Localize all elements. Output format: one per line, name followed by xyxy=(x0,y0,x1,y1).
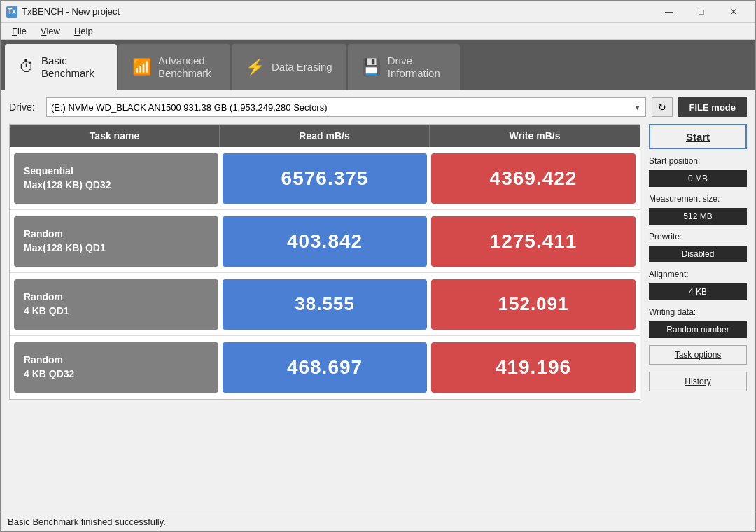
alignment-value: 4 KB xyxy=(649,284,747,300)
write-value-sequential: 4369.422 xyxy=(431,153,636,204)
menu-bar: File View Help xyxy=(1,23,755,40)
tab-drive-label: DriveInformation xyxy=(388,55,440,80)
app-icon: Tx xyxy=(6,6,18,18)
menu-help[interactable]: Help xyxy=(69,24,99,38)
table-row: Random 4 KB QD32 468.697 419.196 xyxy=(10,336,640,399)
tab-basic-label: BasicBenchmark xyxy=(41,55,94,80)
erasing-icon: ⚡ xyxy=(246,58,265,76)
close-button[interactable]: ✕ xyxy=(718,1,750,23)
history-button[interactable]: History xyxy=(649,372,747,391)
row-label-random-4kb-qd32: Random 4 KB QD32 xyxy=(14,342,218,393)
writing-data-value: Random number xyxy=(649,321,747,338)
maximize-button[interactable]: □ xyxy=(685,1,718,23)
writing-data-label: Writing data: xyxy=(649,307,747,317)
table-row: Random Max(128 KB) QD1 403.842 1275.411 xyxy=(10,210,640,273)
chevron-down-icon: ▼ xyxy=(634,104,641,111)
tab-basic-benchmark[interactable]: ⏱ BasicBenchmark xyxy=(5,44,117,90)
row-label-random-128kb: Random Max(128 KB) QD1 xyxy=(14,216,218,267)
title-bar-controls: — □ ✕ xyxy=(653,1,750,23)
col-read: Read mB/s xyxy=(220,125,430,147)
chart-icon: 📶 xyxy=(132,58,151,76)
start-position-value: 0 MB xyxy=(649,170,747,187)
write-value-random-4kb-qd1: 152.091 xyxy=(431,279,636,330)
drive-selected-text: (E:) NVMe WD_BLACK AN1500 931.38 GB (1,9… xyxy=(51,102,328,113)
tab-advanced-benchmark[interactable]: 📶 AdvancedBenchmark xyxy=(118,44,230,90)
tab-drive-information[interactable]: 💾 DriveInformation xyxy=(348,44,460,90)
read-value-random-4kb-qd1: 38.555 xyxy=(223,279,427,330)
measurement-size-label: Measurement size: xyxy=(649,194,747,204)
title-bar: Tx TxBENCH - New project — □ ✕ xyxy=(1,1,755,23)
drive-bar: Drive: (E:) NVMe WD_BLACK AN1500 931.38 … xyxy=(9,97,747,117)
menu-view[interactable]: View xyxy=(35,24,66,38)
refresh-button[interactable]: ↻ xyxy=(652,97,673,117)
row-label-random-4kb-qd1: Random 4 KB QD1 xyxy=(14,279,218,330)
col-write: Write mB/s xyxy=(430,125,640,147)
timer-icon: ⏱ xyxy=(19,58,34,76)
read-value-sequential: 6576.375 xyxy=(223,153,427,204)
benchmark-area: Task name Read mB/s Write mB/s Sequentia… xyxy=(9,124,747,400)
window-title: TxBENCH - New project xyxy=(22,6,120,17)
drive-selector[interactable]: (E:) NVMe WD_BLACK AN1500 931.38 GB (1,9… xyxy=(46,97,646,117)
tab-advanced-label: AdvancedBenchmark xyxy=(158,55,211,80)
drive-icon: 💾 xyxy=(362,58,381,76)
prewrite-label: Prewrite: xyxy=(649,232,747,241)
measurement-size-value: 512 MB xyxy=(649,208,747,225)
title-bar-left: Tx TxBENCH - New project xyxy=(6,6,120,18)
prewrite-value: Disabled xyxy=(649,246,747,262)
minimize-button[interactable]: — xyxy=(653,1,685,23)
start-button[interactable]: Start xyxy=(649,124,747,149)
benchmark-table: Task name Read mB/s Write mB/s Sequentia… xyxy=(9,124,640,400)
right-panel: Start Start position: 0 MB Measurement s… xyxy=(649,124,747,400)
col-task-name: Task name xyxy=(10,125,220,147)
table-row: Sequential Max(128 KB) QD32 6576.375 436… xyxy=(10,147,640,210)
tab-data-erasing[interactable]: ⚡ Data Erasing xyxy=(232,44,346,90)
row-label-sequential: Sequential Max(128 KB) QD32 xyxy=(14,153,218,204)
main-content: Drive: (E:) NVMe WD_BLACK AN1500 931.38 … xyxy=(1,90,755,407)
alignment-label: Alignment: xyxy=(649,270,747,279)
status-bar: Basic Benchmark finished successfully. xyxy=(1,512,755,531)
drive-label: Drive: xyxy=(9,102,41,113)
file-mode-button[interactable]: FILE mode xyxy=(678,97,747,117)
read-value-random-4kb-qd32: 468.697 xyxy=(223,342,427,393)
table-row: Random 4 KB QD1 38.555 152.091 xyxy=(10,273,640,336)
write-value-random-4kb-qd32: 419.196 xyxy=(431,342,636,393)
menu-file[interactable]: File xyxy=(6,24,32,38)
task-options-button[interactable]: Task options xyxy=(649,345,747,365)
write-value-random-128kb: 1275.411 xyxy=(431,216,636,267)
refresh-icon: ↻ xyxy=(658,102,666,113)
tab-bar: ⏱ BasicBenchmark 📶 AdvancedBenchmark ⚡ D… xyxy=(1,40,755,90)
status-text: Basic Benchmark finished successfully. xyxy=(8,517,166,527)
table-header: Task name Read mB/s Write mB/s xyxy=(10,125,640,147)
start-position-label: Start position: xyxy=(649,156,747,166)
read-value-random-128kb: 403.842 xyxy=(223,216,427,267)
tab-erasing-label: Data Erasing xyxy=(272,61,332,74)
